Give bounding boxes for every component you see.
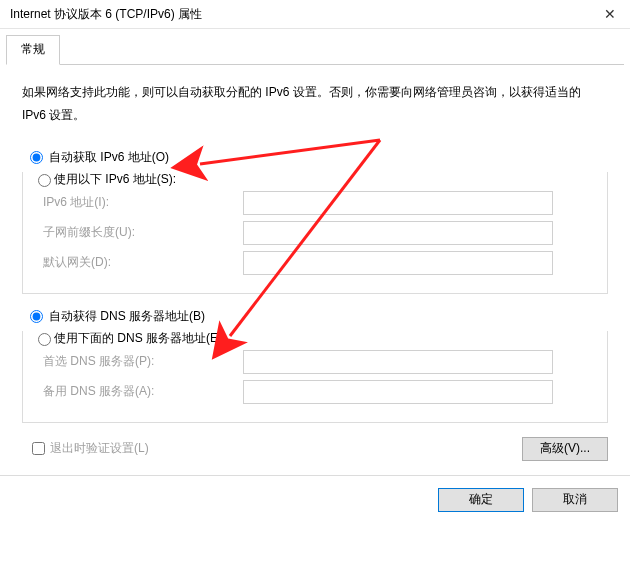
- ip-manual-group: 使用以下 IPv6 地址(S): IPv6 地址(I): 子网前缀长度(U): …: [22, 172, 608, 294]
- radio-ip-manual[interactable]: 使用以下 IPv6 地址(S):: [31, 171, 178, 188]
- radio-dns-auto[interactable]: 自动获得 DNS 服务器地址(B): [30, 308, 608, 325]
- radio-dns-auto-label: 自动获得 DNS 服务器地址(B): [49, 308, 205, 325]
- prefix-length-input[interactable]: [243, 221, 553, 245]
- ip-address-label: IPv6 地址(I):: [37, 194, 243, 211]
- tab-general[interactable]: 常规: [6, 35, 60, 65]
- radio-dns-manual[interactable]: 使用下面的 DNS 服务器地址(E):: [31, 330, 227, 347]
- tab-strip: 常规: [6, 35, 624, 65]
- validate-checkbox[interactable]: 退出时验证设置(L): [32, 440, 149, 457]
- dialog-footer: 确定 取消: [0, 475, 630, 524]
- bottom-row: 退出时验证设置(L) 高级(V)...: [22, 437, 608, 461]
- dns-manual-group: 使用下面的 DNS 服务器地址(E): 首选 DNS 服务器(P): 备用 DN…: [22, 331, 608, 423]
- radio-ip-auto-label: 自动获取 IPv6 地址(O): [49, 149, 169, 166]
- radio-dns-manual-input[interactable]: [38, 333, 51, 346]
- gateway-label: 默认网关(D):: [37, 254, 243, 271]
- dialog-body: 如果网络支持此功能，则可以自动获取分配的 IPv6 设置。否则，你需要向网络管理…: [0, 65, 630, 461]
- ok-button[interactable]: 确定: [438, 488, 524, 512]
- close-button[interactable]: ✕: [590, 0, 630, 28]
- radio-dns-auto-input[interactable]: [30, 310, 43, 323]
- description-text: 如果网络支持此功能，则可以自动获取分配的 IPv6 设置。否则，你需要向网络管理…: [22, 81, 608, 127]
- window-title: Internet 协议版本 6 (TCP/IPv6) 属性: [10, 6, 202, 23]
- dns-pref-label: 首选 DNS 服务器(P):: [37, 353, 243, 370]
- radio-ip-manual-input[interactable]: [38, 174, 51, 187]
- dns-alt-input[interactable]: [243, 380, 553, 404]
- radio-ip-auto-input[interactable]: [30, 151, 43, 164]
- radio-ip-auto[interactable]: 自动获取 IPv6 地址(O): [30, 149, 608, 166]
- validate-checkbox-input[interactable]: [32, 442, 45, 455]
- radio-ip-manual-label: 使用以下 IPv6 地址(S):: [54, 171, 176, 188]
- cancel-button[interactable]: 取消: [532, 488, 618, 512]
- prefix-length-label: 子网前缀长度(U):: [37, 224, 243, 241]
- advanced-button[interactable]: 高级(V)...: [522, 437, 608, 461]
- close-icon: ✕: [604, 6, 616, 22]
- gateway-input[interactable]: [243, 251, 553, 275]
- dns-alt-label: 备用 DNS 服务器(A):: [37, 383, 243, 400]
- radio-dns-manual-label: 使用下面的 DNS 服务器地址(E):: [54, 330, 225, 347]
- validate-checkbox-label: 退出时验证设置(L): [50, 440, 149, 457]
- dns-pref-input[interactable]: [243, 350, 553, 374]
- titlebar: Internet 协议版本 6 (TCP/IPv6) 属性 ✕: [0, 0, 630, 29]
- ip-address-input[interactable]: [243, 191, 553, 215]
